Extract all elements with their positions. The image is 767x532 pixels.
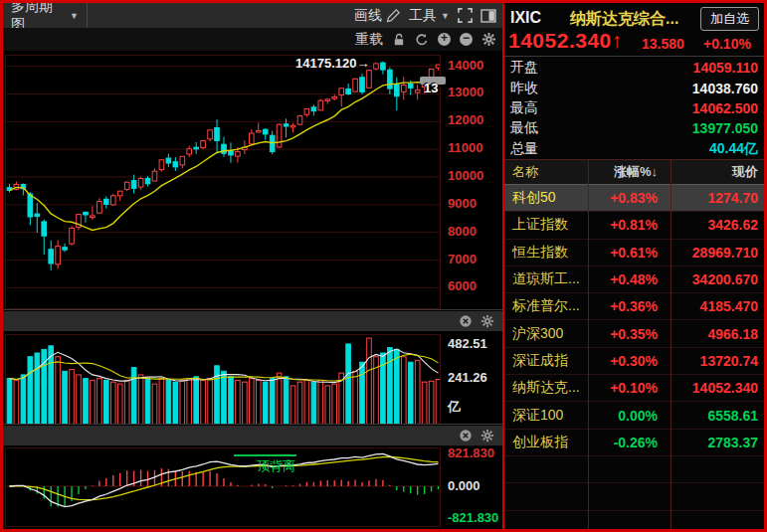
volume-axis-max: 482.51 <box>448 336 487 351</box>
panel-divider <box>3 309 502 310</box>
quote-value: 13977.050 <box>692 120 758 136</box>
y-axis-label: 6000 <box>448 278 477 293</box>
watchlist-row[interactable]: 科创50+0.83%1274.70 <box>504 185 764 212</box>
index-price: 3426.62 <box>671 217 764 233</box>
y-axis-label: 8000 <box>448 224 477 239</box>
quote-value: 40.44亿 <box>709 140 758 158</box>
quote-value: 14062.500 <box>692 100 758 116</box>
add-watchlist-button[interactable]: 加自选 <box>700 7 759 31</box>
column-divider <box>588 160 589 530</box>
index-price: 6558.61 <box>671 408 764 424</box>
trading-app-window: 多周期图 ▼ 画线 工具 ▼ 重载 + − 140001300012000110… <box>0 0 767 532</box>
fullscreen-icon[interactable] <box>458 8 473 23</box>
index-change: -0.26% <box>588 435 671 450</box>
chart-toolbar: 多周期图 ▼ 画线 工具 ▼ <box>3 3 502 28</box>
index-change: +0.10% <box>588 380 671 396</box>
quote-value: 14038.760 <box>692 81 758 96</box>
zoom-in-icon[interactable]: + <box>438 33 451 46</box>
refresh-icon[interactable] <box>415 33 429 47</box>
header-change[interactable]: 涨幅%↓ <box>588 163 671 181</box>
watchlist-header: 名称 涨幅%↓ 现价 <box>504 160 764 185</box>
column-divider <box>671 160 671 530</box>
pencil-icon <box>386 8 401 23</box>
watchlist-row[interactable]: 纳斯达克...+0.10%14052.340 <box>504 375 764 402</box>
watchlist-table: 名称 涨幅%↓ 现价 科创50+0.83%1274.70上证指数+0.81%34… <box>504 159 764 529</box>
divergence-annotation: 顶背离 <box>257 457 295 475</box>
watchlist-row[interactable]: 道琼斯工...+0.48%34200.670 <box>504 266 764 293</box>
quote-row: 昨收14038.760 <box>504 78 764 97</box>
watchlist-row[interactable]: 创业板指-0.26%2783.37 <box>504 430 764 456</box>
tools-menu-button[interactable]: 工具 ▼ <box>409 7 450 25</box>
gear-icon[interactable] <box>480 314 494 328</box>
index-change: +0.35% <box>588 326 671 342</box>
index-price: 4185.470 <box>671 298 764 314</box>
zoom-out-icon[interactable]: − <box>460 33 473 46</box>
watchlist-row[interactable]: 恒生指数+0.61%28969.710 <box>504 240 764 266</box>
y-axis-label: 14000 <box>448 58 483 73</box>
candlestick-chart[interactable] <box>5 55 441 309</box>
high-price-annotation: 14175.120→ <box>295 56 369 71</box>
index-name: 标准普尔... <box>504 297 588 315</box>
watchlist-row[interactable]: 标准普尔...+0.36%4185.470 <box>504 293 764 320</box>
macd-chart[interactable] <box>5 447 441 527</box>
close-icon[interactable] <box>459 314 473 328</box>
index-name: 沪深300 <box>504 325 588 343</box>
chart-subtoolbar: 重载 + − <box>3 28 502 51</box>
y-axis-label: 10000 <box>448 168 483 183</box>
ma-value-tag-text: 13 <box>424 81 438 95</box>
quote-row: 最低13977.050 <box>504 118 764 138</box>
divider <box>504 56 764 57</box>
quote-row: 开盘14059.110 <box>504 58 764 78</box>
index-price: 1274.70 <box>671 190 764 206</box>
index-name: 深证成指 <box>504 352 588 370</box>
price-change-pct: +0.10% <box>703 36 751 52</box>
gear-icon[interactable] <box>481 32 496 47</box>
header-price[interactable]: 现价 <box>671 163 764 181</box>
panel-divider <box>3 424 502 425</box>
quote-label: 最低 <box>510 119 538 137</box>
quote-label: 最高 <box>510 99 538 117</box>
unlock-icon[interactable] <box>392 33 406 47</box>
index-change: +0.30% <box>588 353 671 369</box>
panel-split-line <box>502 0 504 532</box>
split-panel-icon[interactable] <box>480 9 496 23</box>
watchlist-row[interactable]: 深证1000.00%6558.61 <box>504 402 764 429</box>
index-name: 深证100 <box>504 407 588 425</box>
quote-label: 总量 <box>510 140 538 158</box>
index-name: 上证指数 <box>504 216 588 234</box>
y-axis-label: 11000 <box>448 140 482 155</box>
quote-panel: IXIC 纳斯达克综合... 加自选 14052.340↑ 13.580 +0.… <box>504 3 764 529</box>
index-price: 34200.670 <box>671 271 764 287</box>
macd-panel-header <box>3 426 502 445</box>
period-menu-button[interactable]: 多周期图 ▼ <box>3 3 88 28</box>
quote-label: 开盘 <box>510 59 538 77</box>
index-price: 4966.18 <box>671 326 764 342</box>
watchlist-empty-row <box>504 456 764 483</box>
y-axis-label: 13000 <box>448 85 483 99</box>
watchlist-empty-row <box>504 511 764 532</box>
index-change: 0.00% <box>588 408 671 424</box>
tools-label: 工具 <box>409 7 437 25</box>
chevron-down-icon: ▼ <box>70 11 79 21</box>
draw-line-label: 画线 <box>354 7 382 25</box>
quote-row: 最高14062.500 <box>504 98 764 118</box>
index-change: +0.48% <box>588 271 671 287</box>
draw-line-button[interactable]: 画线 <box>354 7 401 25</box>
watchlist-empty-row <box>504 483 764 510</box>
header-name[interactable]: 名称 <box>504 163 588 181</box>
reload-button[interactable]: 重载 <box>355 31 383 49</box>
gear-icon[interactable] <box>480 429 494 443</box>
volume-chart[interactable] <box>5 334 441 425</box>
quote-value: 14059.110 <box>693 60 758 76</box>
watchlist-row[interactable]: 深证成指+0.30%13720.74 <box>504 348 764 375</box>
close-icon[interactable] <box>459 429 473 443</box>
up-arrow-icon: ↑ <box>612 29 623 52</box>
index-price: 28969.710 <box>671 245 764 261</box>
quote-label: 昨收 <box>510 80 538 97</box>
y-axis-label: 12000 <box>448 112 483 127</box>
index-name: 恒生指数 <box>504 244 588 262</box>
index-change: +0.83% <box>588 190 671 206</box>
index-name: 创业板指 <box>504 434 588 451</box>
watchlist-row[interactable]: 上证指数+0.81%3426.62 <box>504 212 764 239</box>
watchlist-row[interactable]: 沪深300+0.35%4966.18 <box>504 320 764 347</box>
